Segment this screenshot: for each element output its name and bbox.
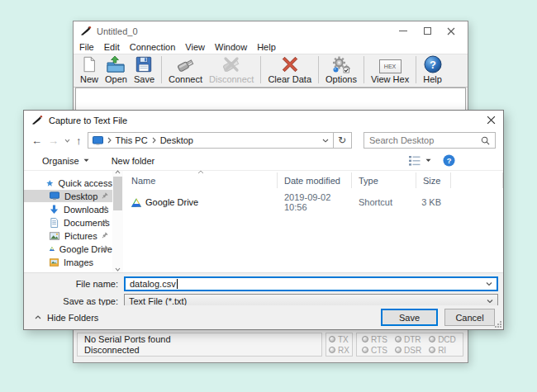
- sidebar-item-google-drive[interactable]: Google Drive: [24, 243, 112, 255]
- combo-chevron-icon[interactable]: [487, 300, 493, 304]
- pin-icon: [101, 245, 108, 253]
- close-icon[interactable]: [487, 116, 496, 125]
- command-bar: Organise New folder ?: [24, 151, 503, 171]
- breadcrumb[interactable]: This PC Desktop: [88, 132, 334, 149]
- file-size: 3 KB: [416, 197, 451, 207]
- toolbar-separator: [260, 56, 261, 83]
- menu-help[interactable]: Help: [257, 42, 276, 52]
- chevron-up-icon: [35, 315, 41, 319]
- sidebar-item-desktop[interactable]: Desktop: [24, 190, 112, 202]
- search-input[interactable]: [369, 135, 478, 145]
- recent-locations-chevron-icon[interactable]: [64, 139, 70, 143]
- file-name-input[interactable]: datalog.csv: [124, 276, 498, 291]
- google-drive-icon: [131, 198, 141, 207]
- navigation-bar: ← → ↑ This PC Desktop ↻: [24, 130, 503, 151]
- view-mode-chevron-icon[interactable]: [425, 158, 431, 163]
- pin-icon: [101, 232, 108, 239]
- app-icon: [31, 115, 43, 125]
- main-titlebar[interactable]: Untitled_0: [74, 21, 468, 40]
- close-icon[interactable]: [446, 26, 456, 36]
- hide-folders-button[interactable]: Hide Folders: [35, 313, 98, 323]
- toolbar-separator: [161, 56, 162, 83]
- scroll-up-icon[interactable]: [113, 168, 122, 176]
- resize-grip[interactable]: [495, 321, 501, 328]
- breadcrumb-this-pc[interactable]: This PC: [116, 135, 148, 145]
- save-button[interactable]: Save: [381, 309, 438, 326]
- cancel-button[interactable]: Cancel: [444, 309, 495, 326]
- file-browser: Quick access Desktop Downloads Documents…: [24, 171, 503, 272]
- search-icon[interactable]: [481, 136, 490, 145]
- dialog-footer: Hide Folders Save Cancel: [24, 305, 503, 329]
- sidebar-scrollbar[interactable]: [112, 171, 123, 272]
- breadcrumb-chevron-icon: [107, 137, 112, 144]
- chevron-down-icon: [83, 158, 89, 163]
- dialog-titlebar[interactable]: Capture to Text File: [24, 111, 503, 130]
- window-title: Untitled_0: [97, 26, 138, 36]
- scrollbar-thumb[interactable]: [113, 177, 122, 210]
- menu-connection[interactable]: Connection: [130, 42, 176, 52]
- file-list-header: Name Date modified Type Size: [123, 172, 503, 188]
- file-row-google-drive[interactable]: Google Drive 2019-09-02 10:56 Shortcut 3…: [123, 192, 503, 207]
- sidebar-item-quick-access[interactable]: Quick access: [24, 177, 112, 189]
- refresh-icon[interactable]: ↻: [334, 132, 352, 149]
- maximize-icon[interactable]: [422, 26, 432, 36]
- toolbar-view-hex-button[interactable]: HEX View Hex: [368, 55, 412, 84]
- toolbar-help-button[interactable]: ? Help: [420, 55, 445, 84]
- column-header-type[interactable]: Type: [352, 172, 416, 188]
- help-question-icon[interactable]: ?: [443, 154, 455, 167]
- column-header-date-modified[interactable]: Date modified: [278, 172, 352, 188]
- menu-file[interactable]: File: [79, 42, 94, 52]
- sidebar-item-downloads[interactable]: Downloads: [24, 203, 112, 215]
- pin-icon: [101, 192, 108, 200]
- pin-icon: [101, 205, 108, 213]
- forward-icon: →: [48, 135, 59, 146]
- menu-edit[interactable]: Edit: [104, 42, 120, 52]
- up-icon[interactable]: ↑: [76, 135, 82, 146]
- breadcrumb-desktop[interactable]: Desktop: [160, 135, 193, 145]
- dialog-title: Capture to Text File: [49, 116, 127, 125]
- svg-text:?: ?: [430, 59, 436, 71]
- search-box[interactable]: [364, 132, 496, 149]
- column-header-size[interactable]: Size: [416, 172, 451, 188]
- menu-bar: File Edit Connection View Window Help: [74, 40, 468, 54]
- status-line-connection: Disconnected: [84, 345, 315, 355]
- dsr-led-icon: [395, 347, 402, 353]
- navigation-pane: Quick access Desktop Downloads Documents…: [24, 171, 112, 272]
- toolbar-open-button[interactable]: Open: [102, 55, 131, 84]
- back-icon[interactable]: ←: [31, 135, 42, 146]
- view-mode-icon[interactable]: [409, 156, 421, 166]
- address-dropdown-chevron-icon[interactable]: [322, 139, 329, 143]
- ri-led-icon: [429, 347, 435, 353]
- pin-icon: [101, 219, 108, 226]
- toolbar-save-button[interactable]: Save: [131, 55, 158, 84]
- txrx-led-panel: TX RX: [326, 333, 353, 357]
- hex-box-icon: HEX: [379, 59, 402, 73]
- status-line-ports: No Serial Ports found: [84, 334, 315, 344]
- minimize-icon[interactable]: [398, 26, 408, 36]
- organise-button[interactable]: Organise: [42, 156, 89, 166]
- sidebar-item-pictures[interactable]: Pictures: [24, 229, 112, 242]
- combo-chevron-icon[interactable]: [486, 282, 492, 286]
- menu-window[interactable]: Window: [215, 42, 247, 52]
- toolbar-connect-button[interactable]: Connect: [165, 55, 206, 84]
- column-header-name[interactable]: Name: [123, 172, 278, 188]
- dcd-led-icon: [429, 336, 435, 342]
- downloads-icon: [50, 205, 59, 215]
- menu-view[interactable]: View: [185, 42, 205, 52]
- filename-section: File name: datalog.csv Save as type: Tex…: [24, 272, 503, 307]
- new-folder-button[interactable]: New folder: [112, 156, 155, 166]
- sidebar-item-documents[interactable]: Documents: [24, 216, 112, 229]
- signal-led-panel: RTS CTS DTR DSR DCD RI: [356, 333, 463, 357]
- quick-access-star-icon: [46, 178, 54, 188]
- toolbar-options-button[interactable]: Options: [322, 55, 360, 84]
- desktop-icon: [50, 191, 59, 201]
- toolbar-clear-data-button[interactable]: Clear Data: [264, 55, 315, 84]
- usb-connect-icon: [175, 55, 197, 73]
- toolbar: New Open Save Connect Disconnect: [74, 54, 468, 87]
- breadcrumb-chevron-icon: [152, 137, 156, 144]
- sidebar-item-images[interactable]: Images: [24, 256, 112, 268]
- save-floppy-icon: [135, 55, 153, 73]
- toolbar-new-button[interactable]: New: [77, 55, 102, 84]
- open-folder-icon: [106, 55, 126, 73]
- sort-ascending-icon: [197, 170, 204, 174]
